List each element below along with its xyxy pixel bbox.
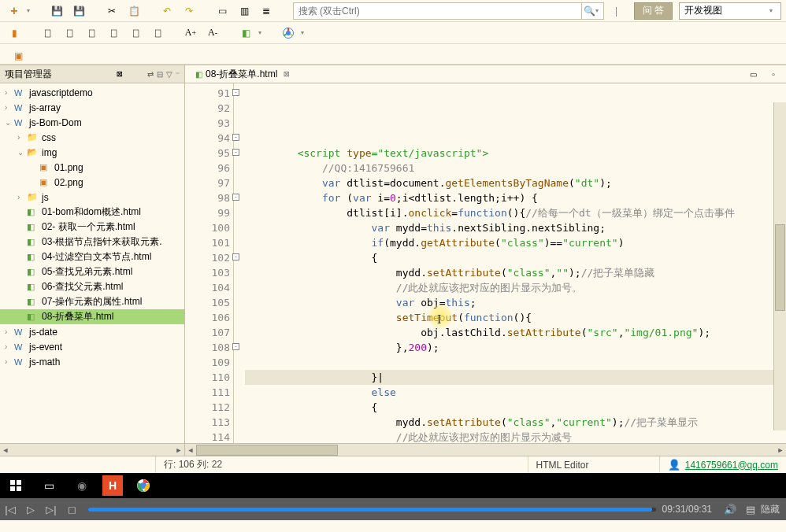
html-file-icon: ◧ [195, 70, 202, 79]
hide-label[interactable]: 隐藏 [761, 503, 780, 516]
video-progress[interactable] [88, 508, 656, 512]
tree-item[interactable]: ◧05-查找兄弟元素.html [0, 264, 184, 279]
sidebar-header: 项目管理器 ⊠ ⇄ ⊟ ▽ ⁻ [0, 65, 184, 83]
scroll-left-icon[interactable]: ◄ [185, 446, 196, 454]
tool-icon-2[interactable]: ▥ [235, 2, 254, 20]
app-icon-1[interactable]: ◉ [69, 473, 95, 498]
paste-icon[interactable]: 📋 [124, 2, 143, 20]
save-icon[interactable]: 💾 [47, 2, 66, 20]
video-time: 09:31/09:31 [662, 504, 712, 515]
tree-item[interactable]: ›📁css [0, 130, 184, 145]
redo-icon[interactable]: ↷ [180, 2, 198, 20]
tree-item[interactable]: ⌄📂img [0, 145, 184, 160]
scroll-right-icon[interactable]: ► [173, 446, 184, 454]
view-label: 开发视图 [684, 4, 769, 17]
tool2-icon-3[interactable]: ⎕ [82, 24, 101, 42]
font-decrease-icon[interactable]: A- [203, 24, 222, 42]
vertical-scrollbar[interactable] [773, 102, 786, 430]
divider-icon: | [607, 2, 626, 20]
maximize-editor-icon[interactable]: ▫ [764, 65, 783, 83]
tree-item[interactable]: ⌄Wjs-Bom-Dom [0, 115, 184, 130]
tree-item[interactable]: ›Wjs-event [0, 339, 184, 354]
tree-item[interactable]: ◧03-根据节点指针来获取元素. [0, 235, 184, 249]
dropdown-arrow-icon[interactable]: ▾ [258, 29, 265, 36]
tree-item[interactable]: ›Wjs-array [0, 100, 184, 115]
project-tree[interactable]: ›Wjavascriptdemo›Wjs-array⌄Wjs-Bom-Dom›📁… [0, 83, 184, 443]
tree-item[interactable]: ›📁js [0, 190, 184, 205]
tree-item[interactable]: ◧01-bom和dom概述.html [0, 205, 184, 220]
taskbar[interactable]: ▭ ◉ H [0, 473, 786, 498]
editor-area: ◧ 08-折叠菜单.html ⊠ ▭ ▫ 91-929394-95-969798… [185, 65, 786, 456]
bookmark-icon[interactable]: ▮ [5, 24, 24, 42]
svg-rect-5 [17, 486, 21, 491]
tree-item[interactable]: ›Wjs-date [0, 324, 184, 339]
view-dropdown[interactable]: 开发视图 ▾ [679, 2, 781, 20]
search-box[interactable]: 🔍▾ [293, 2, 604, 20]
svg-rect-2 [10, 480, 15, 485]
tree-item[interactable]: ▣01.png [0, 160, 184, 175]
tab-bar: ◧ 08-折叠菜单.html ⊠ ▭ ▫ [185, 65, 786, 83]
cut-icon[interactable]: ✂ [102, 2, 121, 20]
tree-item[interactable]: ›Wjs-math [0, 354, 184, 369]
run-icon[interactable]: ◧ [236, 24, 255, 42]
status-position: 行: 106 列: 22 [155, 456, 528, 473]
windows-start-icon[interactable] [3, 473, 28, 498]
dropdown-arrow-icon[interactable]: ▾ [301, 29, 307, 36]
search-input[interactable] [294, 6, 581, 17]
qa-button[interactable]: 问 答 [634, 2, 673, 20]
menu-icon[interactable]: ▽ [166, 70, 172, 79]
tool2-icon-4[interactable]: ⎕ [104, 24, 123, 42]
editor-horizontal-scrollbar[interactable]: ◄ ► [185, 443, 786, 456]
project-sidebar: 项目管理器 ⊠ ⇄ ⊟ ▽ ⁻ ›Wjavascriptdemo›Wjs-arr… [0, 65, 185, 456]
dropdown-arrow-icon[interactable]: ▾ [27, 7, 33, 14]
scroll-left-icon[interactable]: ◄ [0, 446, 11, 454]
status-cell-empty [0, 456, 155, 473]
tree-item[interactable]: ◧08-折叠菜单.html [0, 309, 184, 324]
email-link[interactable]: 1416759661@qq.com [685, 460, 778, 471]
horizontal-scrollbar[interactable]: ◄ ► [0, 443, 184, 456]
next-icon[interactable]: ▷| [41, 504, 61, 515]
volume-icon[interactable]: 🔊 [720, 504, 740, 515]
undo-icon[interactable]: ↶ [158, 2, 176, 20]
hbuilder-icon[interactable]: H [102, 475, 123, 496]
search-button[interactable]: 🔍▾ [581, 3, 603, 19]
tool-icon-3[interactable]: ≣ [257, 2, 276, 20]
tool2-icon-1[interactable]: ⎕ [38, 24, 57, 42]
status-mode: HTML Editor [528, 456, 659, 473]
code-content[interactable]: I <script type="text/javascript"> //QQ:1… [245, 83, 786, 443]
tree-item[interactable]: ◧06-查找父元素.html [0, 279, 184, 294]
hide-icon[interactable]: ▤ [740, 504, 761, 515]
minimize-icon[interactable]: ⁻ [176, 70, 180, 79]
status-bar: 行: 106 列: 22 HTML Editor 👤 1416759661@qq… [0, 456, 786, 473]
chrome-taskbar-icon[interactable] [131, 473, 156, 498]
code-editor[interactable]: 91-929394-95-969798-99100101102-10310410… [185, 83, 786, 443]
line-gutter: 91-929394-95-969798-99100101102-10310410… [185, 83, 234, 443]
prev-icon[interactable]: |◁ [0, 504, 20, 515]
task-view-icon[interactable]: ▭ [36, 473, 61, 498]
minimize-editor-icon[interactable]: ▭ [743, 65, 762, 83]
font-increase-icon[interactable]: A+ [181, 24, 200, 42]
collapse-icon[interactable]: ⊟ [157, 70, 163, 79]
tree-item[interactable]: ◧04-过滤空白文本节点.html [0, 249, 184, 264]
tree-item[interactable]: ◧02- 获取一个元素.html [0, 220, 184, 235]
play-icon[interactable]: ▷ [20, 504, 41, 515]
stop-icon[interactable]: ◻ [61, 504, 82, 515]
tool2-icon-5[interactable]: ⎕ [126, 24, 145, 42]
tree-item[interactable]: ›Wjavascriptdemo [0, 85, 184, 100]
tree-item[interactable]: ▣02.png [0, 175, 184, 190]
tool2-icon-2[interactable]: ⎕ [60, 24, 79, 42]
chrome-icon[interactable] [279, 24, 298, 42]
new-file-icon[interactable]: + [5, 2, 24, 20]
tree-item[interactable]: ◧07-操作元素的属性.html [0, 294, 184, 309]
scroll-right-icon[interactable]: ► [775, 446, 786, 454]
tool3-icon[interactable]: ▣ [9, 47, 27, 65]
link-icon[interactable]: ⇄ [147, 70, 154, 79]
tool-icon-1[interactable]: ▭ [213, 2, 232, 20]
user-icon: 👤 [668, 459, 680, 471]
file-tab[interactable]: ◧ 08-折叠菜单.html ⊠ [188, 65, 297, 83]
close-icon[interactable]: ⊠ [117, 68, 122, 79]
close-tab-icon[interactable]: ⊠ [284, 68, 289, 79]
tool2-icon-6[interactable]: ⎕ [148, 24, 167, 42]
save-all-icon[interactable]: 💾 [69, 2, 88, 20]
video-bar[interactable]: |◁ ▷ ▷| ◻ 09:31/09:31 🔊 ▤ 隐藏 [0, 498, 786, 520]
